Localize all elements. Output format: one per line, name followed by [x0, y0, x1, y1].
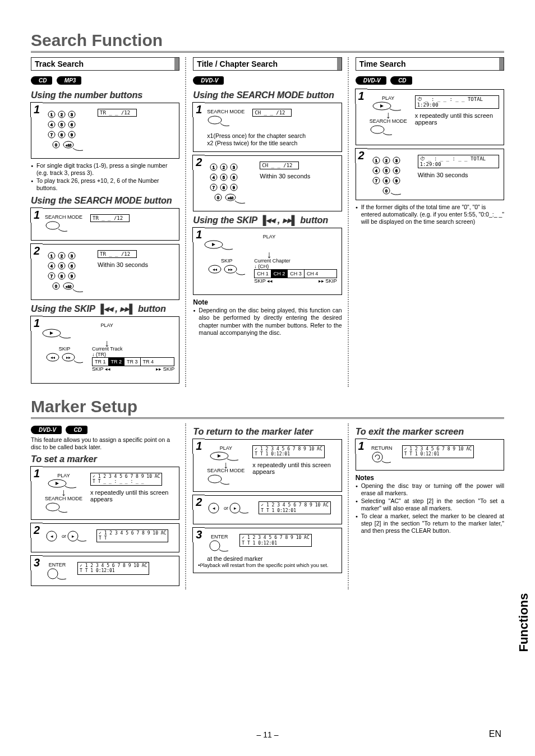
tc-skip-title: Using the SKIP ▐◂◂ , ▸▸▌ button: [193, 215, 342, 225]
skip-right-label: ▸▸ SKIP: [319, 278, 337, 284]
keypad-icon: 1 2 3 4 5 6 7 8 9 0 +10: [207, 162, 252, 206]
svg-text:◂: ◂: [213, 505, 215, 511]
track-searchmode-title: Using the SEARCH MODE button: [31, 196, 179, 206]
ch-display: CH _ _ /12: [252, 109, 292, 117]
remote-button-icon: [207, 114, 232, 130]
return-step3: 3 ENTER ✓ 1 2 3 4 5 6 7 8 9 10 AC T T 1 …: [193, 528, 342, 573]
track-display: TR _ _ /12: [98, 109, 137, 117]
within-label: Within 30 seconds: [260, 173, 336, 179]
note-text: Selecting "AC" at step [2] in the sectio…: [356, 497, 504, 512]
badge-cd: CD: [31, 76, 52, 85]
return-marker-title: To return to the marker later: [193, 427, 342, 437]
svg-text:◂◂: ◂◂: [213, 267, 217, 272]
track-sm-step1: 1 SEARCH MODE TR _ _ /12: [31, 208, 179, 241]
tc-sm-step1: 1 SEARCH MODE CH _ _ /12 x1(Press once) …: [193, 103, 342, 152]
tr-cell: TR 4: [141, 358, 156, 366]
track-skip-title: Using the SKIP ▐◂◂ , ▸▸▌ button: [31, 303, 179, 314]
svg-text:0: 0: [385, 189, 388, 193]
badge-dvd: DVD-V: [356, 76, 386, 85]
svg-text:◂◂: ◂◂: [50, 355, 55, 360]
label: Using the SKIP: [193, 215, 260, 225]
svg-text:or: or: [62, 533, 66, 539]
badge-dvd: DVD-V: [31, 426, 62, 434]
svg-text:6: 6: [233, 176, 235, 179]
svg-text:9: 9: [395, 179, 398, 183]
label: Using the SKIP: [31, 304, 98, 314]
current-chapter-label: Current Chapter↓ (CH): [254, 258, 336, 269]
tc-note: Depending on the disc being played, this…: [193, 307, 342, 336]
svg-text:2: 2: [385, 159, 388, 163]
arrow-down-icon: ↓: [201, 252, 336, 258]
remote-button-icon: [45, 501, 70, 515]
ch-cell: CH 4: [305, 270, 321, 278]
marker-badges: DVD-V CD: [31, 423, 179, 436]
skip-next-icon: ▸▸▌: [283, 215, 298, 225]
remote-button-icon: [370, 124, 394, 137]
tr-cell: TR 1: [93, 358, 109, 366]
svg-text:9: 9: [71, 274, 73, 278]
svg-text:4: 4: [50, 123, 53, 127]
svg-text:▸▸: ▸▸: [228, 267, 233, 272]
svg-text:3: 3: [71, 113, 73, 117]
play-button-icon: [201, 239, 235, 252]
svg-point-22: [46, 222, 59, 229]
svg-text:+10: +10: [66, 144, 72, 147]
label: button: [136, 304, 166, 314]
col-title-chapter: Title / Chapter Search DVD-V Using the S…: [193, 57, 348, 387]
svg-text:2: 2: [223, 165, 225, 169]
svg-text:1: 1: [50, 254, 53, 258]
step-number: 1: [192, 227, 205, 242]
ch-cell-active: CH 2: [271, 270, 288, 278]
svg-text:5: 5: [223, 176, 225, 179]
step-number: 2: [355, 148, 367, 163]
search-mode-label: SEARCH MODE: [45, 496, 82, 501]
set-marker-title: To set a marker: [31, 454, 179, 464]
step-number: 2: [192, 155, 205, 170]
svg-text:or: or: [224, 505, 228, 511]
left-right-buttons-icon: ◂ or ▸: [207, 501, 251, 516]
tc-searchmode-title: Using the SEARCH MODE button: [193, 90, 342, 100]
step-number: 2: [30, 523, 43, 538]
svg-text:6: 6: [71, 264, 73, 268]
step-number: 2: [30, 243, 43, 259]
skip-next-icon: ▸▸▌: [120, 304, 135, 314]
play-button-icon: [39, 328, 73, 340]
step-number: 1: [355, 89, 367, 104]
exit-notes: Opening the disc tray or turning off the…: [356, 482, 504, 535]
time-step1: 1 PLAY ↓ SEARCH MODE ⏱ _ : _ _ : _ _ TOT…: [356, 89, 504, 145]
enter-button-icon: [45, 568, 70, 581]
svg-point-82: [371, 126, 384, 133]
marker-display: ✓ 1 2 3 4 5 6 7 8 9 10 AC T T 1 0:12:01: [77, 562, 149, 575]
current-track-label: Current Track↓ (TR): [92, 346, 174, 357]
badge-mp3: MP3: [57, 76, 82, 85]
skip-buttons-icon: ◂◂ ▸▸: [207, 264, 246, 278]
page-lang: EN: [489, 729, 501, 739]
return-step1: 1 PLAY ↓ SEARCH MODE ✓ 1 2 3 4 5 6 7 8 9…: [193, 439, 342, 492]
ch-cell: CH 1: [255, 270, 271, 278]
tc-sm-step2: 2 1 2 3 4 5 6 7 8 9: [193, 155, 342, 211]
play-label: PLAY: [45, 473, 82, 478]
track-skip-step1: 1 PLAY ↓ SKIP ◂◂ ▸▸ Current Track↓ (TR): [31, 316, 179, 384]
play-label: PLAY: [207, 445, 245, 451]
note-text: For single digit tracks (1-9), press a s…: [31, 162, 179, 177]
svg-text:7: 7: [375, 179, 377, 183]
step-number: 1: [355, 439, 367, 454]
svg-text:+10: +10: [228, 196, 234, 200]
note-text: Depending on the disc being played, this…: [193, 307, 342, 336]
exit-marker-title: To exit the marker screen: [356, 427, 504, 437]
skip-label: SKIP: [207, 258, 246, 264]
remote-button-icon: [207, 473, 232, 487]
page-title-search: Search Function: [31, 31, 504, 53]
svg-point-121: [372, 452, 382, 462]
track-num-step1: 1 1 2 3 4 5 6 7 8 9: [31, 103, 179, 159]
svg-text:7: 7: [50, 274, 53, 278]
marker-col-exit: To exit the marker screen 1 RETURN ✓ 1 2…: [356, 423, 504, 589]
skip-buttons-icon: ◂◂ ▸▸: [45, 352, 84, 366]
ch-cell: CH 3: [288, 270, 305, 278]
svg-text:1: 1: [50, 113, 53, 117]
svg-text:4: 4: [213, 176, 215, 179]
enter-label: ENTER: [207, 534, 232, 540]
step-number: 1: [30, 316, 43, 331]
step-number: 1: [30, 208, 43, 223]
badge-cd: CD: [66, 426, 87, 434]
